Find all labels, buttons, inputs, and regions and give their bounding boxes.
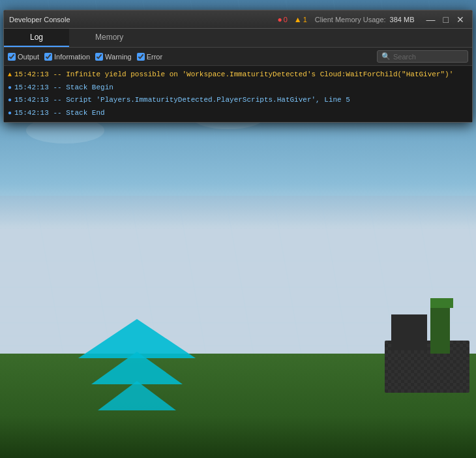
console-title: Developer Console [9,16,277,23]
log-text-1: 15:42:13 -- Stack Begin [14,82,113,94]
info-icon-3: ● [8,108,12,119]
console-output: ▲ 15:42:13 -- Infinite yield possible on… [4,66,472,122]
right-platform [365,262,469,393]
tab-memory[interactable]: Memory [69,29,149,47]
developer-console: Developer Console ● 0 ▲ 1 Client Memory … [3,10,473,123]
memory-value: 384 MB [390,16,415,23]
checkbox-information[interactable]: Information [44,53,90,61]
search-box: 🔍 [377,50,468,63]
search-icon: 🔍 [381,52,391,61]
console-toolbar: Output Information Warning Error 🔍 [4,48,472,66]
svg-rect-33 [430,298,453,308]
svg-marker-29 [98,381,176,410]
warning-status: ▲ 1 [294,15,307,24]
memory-label: Client Memory Usage: [315,16,386,23]
checkbox-output[interactable]: Output [8,53,39,61]
error-status: ● 0 [277,15,287,24]
teal-arrows [78,319,196,425]
tab-log[interactable]: Log [4,29,69,47]
log-entry-3: ● 15:42:13 -- Stack End [8,107,468,120]
log-entry-2: ● 15:42:13 -- Script 'Players.Immaturity… [8,94,468,107]
log-text-3: 15:42:13 -- Stack End [14,108,105,119]
minimize-button[interactable]: — [424,15,438,24]
titlebar-controls: ● 0 ▲ 1 Client Memory Usage: 384 MB — □ … [277,15,467,24]
log-entry-0: ▲ 15:42:13 -- Infinite yield possible on… [8,69,468,82]
svg-rect-35 [391,314,427,350]
warning-icon: ▲ [294,15,302,24]
warning-icon-0: ▲ [8,70,12,80]
maximize-button[interactable]: □ [441,15,451,24]
svg-rect-32 [430,301,450,354]
search-input[interactable] [393,53,464,61]
log-text-0: 15:42:13 -- Infinite yield possible on '… [14,69,453,81]
error-count: 0 [284,16,288,23]
info-icon-2: ● [8,95,12,106]
error-icon: ● [277,15,282,24]
log-entry-1: ● 15:42:13 -- Stack Begin [8,82,468,95]
close-button[interactable]: ✕ [454,15,467,24]
log-text-2: 15:42:13 -- Script 'Players.ImmaturityDe… [14,95,350,106]
info-icon-1: ● [8,83,12,93]
checkbox-error[interactable]: Error [137,53,162,61]
warning-count: 1 [303,16,307,23]
checkbox-warning[interactable]: Warning [95,53,132,61]
console-tabs: Log Memory [4,29,472,48]
console-titlebar: Developer Console ● 0 ▲ 1 Client Memory … [4,10,472,29]
